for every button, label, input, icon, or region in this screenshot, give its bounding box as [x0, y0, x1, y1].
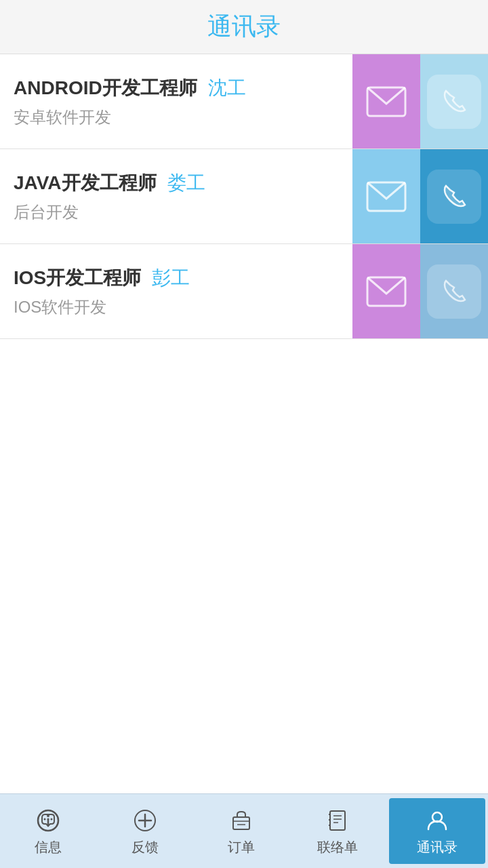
nav-label-address-book: 通讯录 — [417, 838, 458, 856]
phone-icon-ios — [427, 264, 481, 319]
contact-name-android: 沈工 — [208, 75, 246, 101]
nav-item-feedback[interactable]: 反馈 — [96, 794, 192, 868]
mail-button-ios[interactable] — [352, 244, 420, 338]
contact-list-icon — [323, 806, 352, 835]
nav-label-contact-list: 联络单 — [317, 838, 358, 856]
svg-point-8 — [47, 818, 49, 821]
contact-list: ANDROID开发工程师 沈工 安卓软件开发 JAVA — [0, 54, 488, 793]
info-icon — [33, 806, 63, 835]
contact-title-java: JAVA开发工程师 — [14, 170, 157, 196]
contact-row-ios: IOS开发工程师 彭工 IOS软件开发 — [0, 244, 488, 339]
contact-top-java: JAVA开发工程师 娄工 — [14, 170, 339, 196]
nav-item-address-book[interactable]: 通讯录 — [389, 798, 485, 864]
mail-button-java[interactable] — [352, 149, 420, 243]
feedback-icon — [130, 806, 160, 835]
mail-icon-java — [366, 181, 407, 212]
mail-icon-ios — [366, 276, 407, 307]
contact-desc-java: 后台开发 — [14, 201, 339, 223]
nav-label-feedback: 反馈 — [131, 838, 159, 856]
contact-title-ios: IOS开发工程师 — [14, 265, 141, 291]
svg-rect-13 — [233, 817, 249, 829]
contact-row-android: ANDROID开发工程师 沈工 安卓软件开发 — [0, 54, 488, 149]
contact-top-android: ANDROID开发工程师 沈工 — [14, 75, 339, 101]
phone-button-android[interactable] — [420, 54, 488, 149]
phone-icon-android — [427, 75, 481, 129]
svg-point-9 — [51, 818, 53, 821]
address-book-icon — [422, 806, 452, 835]
nav-item-info[interactable]: 信息 — [0, 794, 96, 868]
header: 通讯录 — [0, 0, 488, 54]
order-icon — [226, 806, 256, 835]
mail-button-android[interactable] — [352, 54, 420, 149]
svg-point-7 — [44, 818, 46, 821]
contact-name-java: 娄工 — [167, 170, 205, 196]
contact-info-java: JAVA开发工程师 娄工 后台开发 — [0, 149, 352, 243]
nav-item-order[interactable]: 订单 — [193, 794, 289, 868]
bottom-navigation: 信息 反馈 订单 — [0, 793, 488, 868]
contact-title-android: ANDROID开发工程师 — [14, 75, 197, 101]
contact-desc-ios: IOS软件开发 — [14, 296, 339, 318]
contact-desc-android: 安卓软件开发 — [14, 106, 339, 128]
phone-icon-java — [427, 170, 481, 224]
nav-item-contact-list[interactable]: 联络单 — [289, 794, 386, 868]
contact-row-java: JAVA开发工程师 娄工 后台开发 — [0, 149, 488, 244]
contact-info-ios: IOS开发工程师 彭工 IOS软件开发 — [0, 244, 352, 338]
phone-button-ios[interactable] — [420, 244, 488, 338]
svg-rect-16 — [330, 811, 345, 830]
contact-top-ios: IOS开发工程师 彭工 — [14, 265, 339, 291]
contact-name-ios: 彭工 — [152, 265, 190, 291]
nav-label-order: 订单 — [228, 838, 255, 856]
phone-button-java[interactable] — [420, 149, 488, 243]
mail-icon-android — [366, 86, 407, 117]
page-title: 通讯录 — [207, 10, 281, 43]
contact-info-android: ANDROID开发工程师 沈工 安卓软件开发 — [0, 54, 352, 149]
nav-label-info: 信息 — [35, 838, 62, 856]
